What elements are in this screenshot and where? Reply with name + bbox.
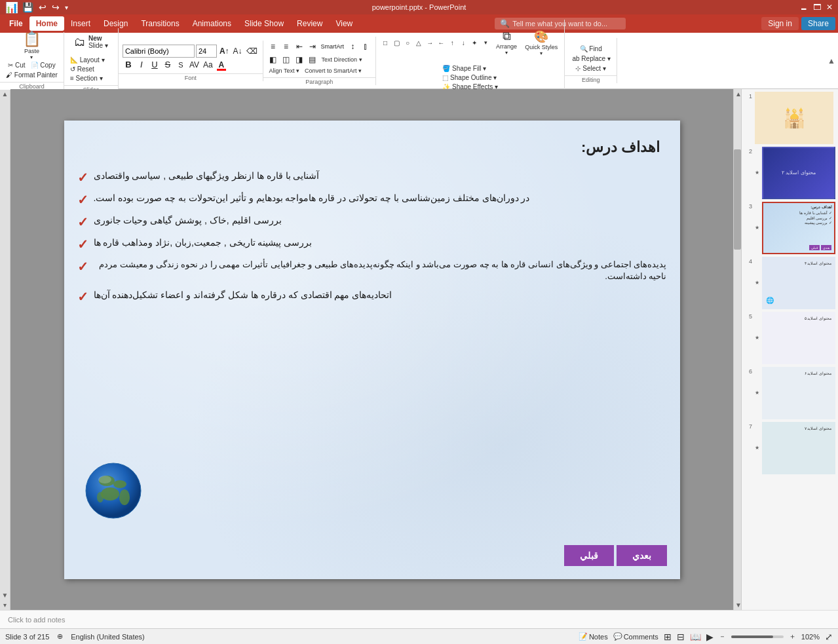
layout-btn[interactable]: 📐 Layout ▾ (68, 56, 114, 64)
shape-arrow-left[interactable]: ← (436, 38, 446, 47)
zoom-slider[interactable] (731, 635, 784, 638)
reset-btn[interactable]: ↺ Reset (68, 65, 114, 73)
menu-view[interactable]: View (329, 16, 359, 31)
fit-slide-btn[interactable]: ⤢ (825, 632, 833, 642)
thumb-img-3[interactable]: اهداف درس: ✓ آشنایی با قاره ها ✓ بررسی ا… (762, 202, 835, 254)
quick-styles-btn[interactable]: 🎨 Quick Styles ▾ (522, 24, 560, 62)
thumb-img-5[interactable]: محتوای اسلاید ۵ (762, 312, 835, 364)
vertical-scrollbar[interactable]: ▲ ▼ (733, 89, 741, 610)
section-btn[interactable]: ≡ Section ▾ (68, 74, 114, 83)
redo-qat-btn[interactable]: ↪ (50, 1, 61, 14)
thumbnail-2[interactable]: 2 ★ محتوای اسلاید ۲ (744, 147, 835, 199)
change-case-btn[interactable]: Aa (202, 59, 214, 71)
increase-indent-btn[interactable]: ⇥ (307, 41, 318, 52)
language-label[interactable]: English (United States) (71, 633, 145, 641)
close-btn[interactable]: ✕ (826, 3, 833, 12)
menu-home[interactable]: Home (29, 16, 64, 31)
font-size-input[interactable] (196, 45, 217, 58)
justify-btn[interactable]: ▤ (307, 54, 318, 66)
bold-btn[interactable]: B (123, 59, 134, 71)
collapse-ribbon-btn[interactable]: ▲ (828, 56, 835, 66)
menu-transitions[interactable]: Transitions (134, 16, 185, 31)
find-btn[interactable]: 🔍 Find (578, 45, 604, 53)
smart-art-btn[interactable]: SmartArt (320, 41, 346, 52)
text-shadow-btn[interactable]: S (175, 59, 187, 71)
strikethrough-btn[interactable]: S (162, 59, 174, 71)
maximize-btn[interactable]: 🗖 (813, 3, 821, 12)
shape-arrow-right[interactable]: → (425, 38, 435, 47)
align-right-btn[interactable]: ◨ (294, 54, 305, 66)
thumb-img-1[interactable]: 🕌 (755, 92, 833, 144)
decrease-indent-btn[interactable]: ⇤ (294, 41, 305, 52)
next-btn[interactable]: بعدي (617, 545, 667, 566)
customize-qat-btn[interactable]: ▾ (64, 3, 69, 12)
menu-file[interactable]: File (3, 16, 29, 31)
thumb-img-4[interactable]: محتوای اسلاید ۴ 🌐 (762, 257, 835, 309)
shape-arrow-up[interactable]: ↑ (447, 38, 457, 47)
select-btn[interactable]: ⊹ Select ▾ (573, 64, 607, 73)
thumb-img-7[interactable]: محتوای اسلاید ۷ (762, 422, 835, 474)
numbering-btn[interactable]: ≡ (280, 41, 292, 52)
thumb-img-6[interactable]: محتوای اسلاید ۶ (762, 367, 835, 419)
shape-triangle[interactable]: △ (413, 38, 424, 47)
cut-btn[interactable]: ✂ Cut (6, 61, 27, 69)
thumbnail-1[interactable]: 1 🕌 (744, 92, 835, 144)
view-slideshow-btn[interactable]: ▶ (706, 632, 714, 642)
menu-review[interactable]: Review (290, 16, 329, 31)
paste-btn[interactable]: 📋 Paste ▾ (20, 33, 43, 58)
align-left-btn[interactable]: ◧ (267, 54, 279, 66)
align-text-btn[interactable]: Align Text ▾ (267, 67, 301, 75)
shape-star[interactable]: ✦ (469, 38, 480, 47)
minimize-btn[interactable]: 🗕 (800, 3, 808, 12)
signin-btn[interactable]: Sign in (761, 17, 799, 30)
thumb-img-2[interactable]: محتوای اسلاید ۲ (762, 147, 835, 199)
align-center-btn[interactable]: ◫ (280, 54, 292, 66)
zoom-out-btn[interactable]: － (719, 632, 726, 641)
font-increase-btn[interactable]: A↑ (218, 45, 231, 57)
columns-btn[interactable]: ⫿ (360, 41, 371, 52)
shape-more[interactable]: ▾ (480, 38, 491, 47)
view-normal-btn[interactable]: ⊞ (664, 632, 672, 642)
font-decrease-btn[interactable]: A↓ (232, 45, 244, 57)
copy-btn[interactable]: 📄 Copy (29, 61, 58, 69)
shape-outline-btn[interactable]: ⬚ Shape Outline ▾ (440, 73, 500, 82)
arrange-btn[interactable]: ⧉ Arrange ▾ (492, 24, 521, 62)
thumbnail-7[interactable]: 7 ★ محتوای اسلاید ۷ (744, 422, 835, 474)
scroll-down-btn[interactable]: ▼ (1, 590, 10, 600)
zoom-level[interactable]: 102% (801, 633, 820, 641)
scroll-track[interactable] (734, 99, 741, 600)
menu-slideshow[interactable]: Slide Show (238, 16, 290, 31)
menu-animations[interactable]: Animations (186, 16, 238, 31)
new-slide-btn[interactable]: 🗂 New Slide ▾ (68, 29, 114, 54)
zoom-in-btn[interactable]: ＋ (789, 632, 796, 641)
save-qat-btn[interactable]: 💾 (21, 1, 35, 14)
line-spacing-btn[interactable]: ↕ (347, 41, 358, 52)
bullets-btn[interactable]: ≡ (267, 41, 279, 52)
accessibility-btn[interactable]: ⊕ (57, 632, 63, 641)
expand-nav-btn[interactable]: ▾ (2, 600, 8, 610)
slide-canvas[interactable]: اهداف درس: آشنایی با قاره ها ازنظر ویژگی… (64, 121, 680, 579)
scroll-down-arrow[interactable]: ▼ (734, 600, 741, 610)
shape-oval[interactable]: ○ (402, 38, 413, 47)
prev-btn[interactable]: قبلي (564, 545, 614, 566)
convert-smartart-btn[interactable]: Convert to SmartArt ▾ (303, 67, 364, 75)
clear-format-btn[interactable]: ⌫ (245, 45, 259, 57)
format-painter-btn[interactable]: 🖌 Format Painter (4, 71, 60, 79)
replace-btn[interactable]: ab Replace ▾ (570, 54, 612, 63)
underline-btn[interactable]: U (149, 59, 161, 71)
shape-rounded-rect[interactable]: ▢ (391, 38, 402, 47)
notes-btn[interactable]: 📝 Notes (579, 632, 608, 641)
font-name-input[interactable] (123, 45, 195, 58)
shape-fill-btn[interactable]: 🪣 Shape Fill ▾ (440, 64, 500, 73)
view-slide-sorter-btn[interactable]: ⊟ (677, 632, 685, 642)
view-reading-btn[interactable]: 📖 (690, 632, 701, 642)
comments-btn[interactable]: 💬 Comments (613, 632, 658, 641)
scroll-thumb[interactable] (734, 149, 741, 250)
italic-btn[interactable]: I (136, 59, 147, 71)
thumbnail-5[interactable]: 5 ★ محتوای اسلاید ۵ (744, 312, 835, 364)
thumbnail-3[interactable]: 3 ★ اهداف درس: ✓ آشنایی با قاره ها ✓ برر… (744, 202, 835, 254)
notes-bar[interactable]: Click to add notes (0, 610, 838, 628)
thumbnail-6[interactable]: 6 ★ محتوای اسلاید ۶ (744, 367, 835, 419)
shape-arrow-down[interactable]: ↓ (458, 38, 468, 47)
scroll-up-btn[interactable]: ▲ (1, 89, 10, 99)
